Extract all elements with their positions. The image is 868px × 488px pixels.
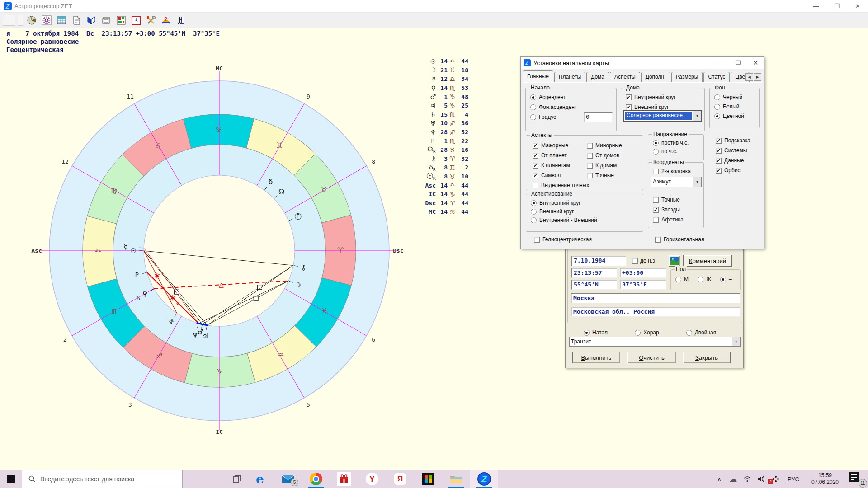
- checkbox-Звезды[interactable]: ✓Звезды: [653, 206, 684, 213]
- radio-по ч.с.[interactable]: по ч.с.: [653, 148, 700, 155]
- radio-Хорар[interactable]: Хорар: [635, 329, 659, 336]
- radio-icon[interactable]: [686, 330, 692, 336]
- wifi-icon[interactable]: [743, 476, 752, 482]
- checkbox-Точные[interactable]: Точные: [653, 197, 684, 203]
- transit-combobox[interactable]: Транзит ▼: [569, 337, 741, 347]
- checkbox-icon[interactable]: ✓: [533, 163, 538, 169]
- chevron-down-icon[interactable]: ▼: [693, 177, 701, 187]
- taskbar-mail[interactable]: 5: [274, 470, 302, 488]
- checkbox-Подсказка[interactable]: ✓Подсказка: [716, 137, 750, 144]
- atlas-map-button[interactable]: [669, 255, 680, 267]
- radio-Натал[interactable]: Натал: [584, 329, 608, 336]
- radio-icon[interactable]: [698, 277, 703, 282]
- bc-checkbox[interactable]: до н.э.: [632, 258, 656, 264]
- checkbox-Горизонтальная[interactable]: Горизонтальная: [655, 236, 704, 243]
- checkbox-icon[interactable]: ✓: [716, 158, 722, 164]
- radio-Внешний круг[interactable]: Внешний круг: [531, 208, 639, 215]
- checkbox-Системы[interactable]: ✓Системы: [716, 147, 750, 154]
- chevron-down-icon[interactable]: ▼: [732, 337, 740, 346]
- radio-icon[interactable]: [531, 200, 537, 206]
- latitude-field[interactable]: 55°45'N: [571, 280, 617, 290]
- checkbox-icon[interactable]: ✓: [626, 104, 632, 110]
- onedrive-cloud-icon[interactable]: ☁: [729, 474, 738, 484]
- date-field[interactable]: 7.10.1984: [571, 256, 627, 266]
- radio-icon[interactable]: [531, 217, 537, 223]
- checkbox-icon[interactable]: [653, 217, 659, 223]
- radio-Фон.асцендент[interactable]: Фон.асцендент: [530, 104, 613, 110]
- checkbox-icon[interactable]: [533, 183, 538, 188]
- checkbox-Символ[interactable]: ✓Символ: [533, 172, 589, 178]
- checkbox-От домов[interactable]: От домов: [587, 152, 622, 159]
- tab-Дополн.[interactable]: Дополн.: [641, 72, 670, 82]
- houses-system-combobox[interactable]: Солярное равновесие ▼: [623, 110, 702, 122]
- chevron-down-icon[interactable]: ▼: [693, 111, 701, 121]
- checkbox-icon[interactable]: [653, 197, 659, 203]
- radio-icon[interactable]: [714, 104, 720, 110]
- card-file-icon[interactable]: [100, 14, 113, 26]
- execute-button[interactable]: Выполнить: [572, 352, 620, 363]
- taskbar-gift-app[interactable]: [330, 470, 358, 488]
- radio-icon[interactable]: [675, 277, 681, 282]
- taskbar-clock[interactable]: 15:5907.06.2020: [806, 472, 844, 486]
- radio-–[interactable]: –: [720, 276, 732, 282]
- radio-Белый[interactable]: Белый: [714, 103, 756, 110]
- dialog-close-button[interactable]: ✕: [747, 57, 764, 69]
- checkbox-icon[interactable]: ✓: [716, 168, 722, 174]
- radio-Внутренний - Внешний[interactable]: Внутренний - Внешний: [531, 217, 639, 223]
- checkbox-Орбис[interactable]: ✓Орбис: [716, 167, 750, 174]
- checkbox-icon[interactable]: [655, 237, 661, 243]
- radio-М[interactable]: М: [675, 276, 689, 282]
- region-field[interactable]: Московская обл., Россия: [571, 307, 740, 317]
- close-dialog-button[interactable]: Закрыть: [683, 352, 731, 363]
- radio-icon[interactable]: [530, 104, 536, 110]
- taskbar-store[interactable]: [414, 470, 442, 488]
- language-indicator[interactable]: РУС: [786, 476, 801, 483]
- checkbox-Мажорные[interactable]: ✓Мажорные: [533, 142, 589, 149]
- checkbox-icon[interactable]: ✓: [716, 138, 722, 144]
- checkbox-К планетам[interactable]: ✓К планетам: [533, 162, 589, 169]
- taskbar-edge[interactable]: e: [246, 470, 274, 488]
- checkbox-icon[interactable]: ✓: [653, 207, 659, 213]
- checkbox-icon[interactable]: ✓: [626, 94, 632, 100]
- exit-icon[interactable]: [175, 14, 187, 26]
- checkbox-Выделение точных[interactable]: Выделение точных: [533, 182, 589, 188]
- help-icon[interactable]: ?: [160, 14, 172, 26]
- tab-Аспекты[interactable]: Аспекты: [610, 72, 640, 82]
- city-field[interactable]: Москва: [571, 293, 740, 303]
- checkbox-icon[interactable]: ✓: [533, 153, 538, 159]
- tab-scroll-left-icon[interactable]: ◀: [745, 73, 753, 81]
- comment-button[interactable]: Комментарий: [683, 255, 732, 267]
- azimuth-combobox[interactable]: Азимут ▼: [651, 177, 702, 187]
- checkbox-К домам[interactable]: К домам: [587, 162, 622, 169]
- checkbox-Внешний круг[interactable]: ✓Внешний круг: [626, 104, 701, 110]
- status-grid-icon[interactable]: [115, 14, 127, 26]
- radio-против ч.с.[interactable]: против ч.с.: [653, 140, 700, 146]
- checkbox-icon[interactable]: [587, 173, 593, 178]
- radio-Двойная[interactable]: Двойная: [686, 329, 717, 336]
- radio-icon[interactable]: [653, 149, 659, 155]
- dialog-maximize-button[interactable]: ❐: [730, 57, 747, 69]
- radio-Цветной[interactable]: Цветной: [714, 113, 756, 119]
- toolbar-blank-button[interactable]: [3, 15, 15, 26]
- checkbox-Данные[interactable]: ✓Данные: [716, 157, 750, 164]
- radio-Асцендент[interactable]: Асцендент: [530, 94, 613, 100]
- checkbox-Афетика[interactable]: Афетика: [653, 216, 684, 223]
- open-book-icon[interactable]: [85, 14, 98, 26]
- tab-Размеры[interactable]: Размеры: [671, 72, 703, 82]
- checkbox-icon[interactable]: ✓: [533, 143, 538, 149]
- antivirus-icon[interactable]: 2: [771, 475, 781, 483]
- tab-Главные[interactable]: Главные: [523, 70, 553, 82]
- taskbar-file-explorer[interactable]: [442, 470, 470, 488]
- tab-Статус[interactable]: Статус: [703, 72, 730, 82]
- radio-Внутренний круг[interactable]: Внутренний круг: [531, 200, 639, 206]
- chart-wheel-icon[interactable]: [40, 14, 53, 26]
- ephemeris-table-icon[interactable]: [55, 14, 68, 26]
- checkbox-icon[interactable]: [653, 169, 659, 174]
- clock-tool-icon[interactable]: [25, 14, 38, 26]
- radio-icon[interactable]: [635, 330, 641, 336]
- checkbox-icon[interactable]: [587, 163, 593, 169]
- taskbar-zet-active[interactable]: Z: [470, 470, 498, 488]
- checkbox-Гелиоцентрическая[interactable]: Гелиоцентрическая: [534, 236, 592, 243]
- dialog-minimize-button[interactable]: —: [712, 57, 730, 69]
- radio-icon[interactable]: [530, 94, 536, 100]
